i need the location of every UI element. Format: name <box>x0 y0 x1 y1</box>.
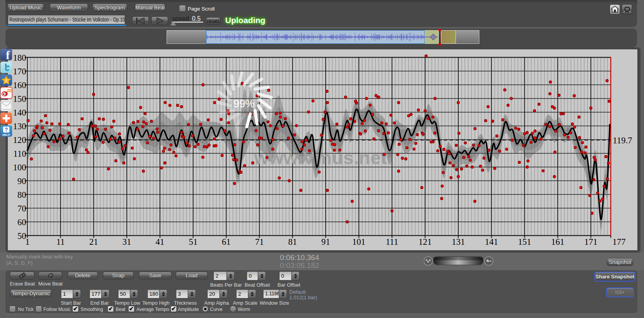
svg-text:71: 71 <box>255 237 264 247</box>
svg-text:80: 80 <box>18 190 27 200</box>
svg-text:131: 131 <box>452 237 465 247</box>
svg-text:HELP: HELP <box>2 133 10 137</box>
svg-text:61: 61 <box>222 237 231 247</box>
svg-text:151: 151 <box>518 237 531 247</box>
svg-text:91: 91 <box>321 237 330 247</box>
svg-text:60: 60 <box>18 217 27 227</box>
svg-text:171: 171 <box>584 237 597 247</box>
svg-text:z: z <box>5 78 7 83</box>
svg-text:?: ? <box>5 126 8 133</box>
svg-text:180: 180 <box>13 53 26 63</box>
svg-text:161: 161 <box>551 237 564 247</box>
svg-text:150: 150 <box>13 94 26 104</box>
svg-text:170: 170 <box>13 67 26 76</box>
svg-text:111: 111 <box>386 237 398 247</box>
svg-text:81: 81 <box>288 237 297 247</box>
svg-text:160: 160 <box>13 80 26 90</box>
svg-text:21: 21 <box>89 237 98 247</box>
svg-text:51: 51 <box>189 237 198 247</box>
svg-text:120: 120 <box>13 135 26 145</box>
svg-text:90: 90 <box>18 176 27 186</box>
svg-text:110: 110 <box>13 149 26 159</box>
svg-text:70: 70 <box>18 204 27 213</box>
svg-text:121: 121 <box>418 237 432 247</box>
svg-text:99%: 99% <box>233 98 255 110</box>
svg-text:f: f <box>6 49 10 61</box>
svg-text:177: 177 <box>612 237 626 247</box>
svg-text:100: 100 <box>13 163 26 172</box>
svg-text:101: 101 <box>352 237 366 247</box>
svg-text:141: 141 <box>485 237 498 247</box>
svg-text:130: 130 <box>13 121 26 131</box>
svg-text:31: 31 <box>122 237 131 247</box>
svg-text:119.7: 119.7 <box>613 136 632 145</box>
svg-text:140: 140 <box>13 108 26 117</box>
svg-text:11: 11 <box>56 237 65 247</box>
svg-text:1: 1 <box>25 237 29 247</box>
svg-text:41: 41 <box>156 237 165 247</box>
